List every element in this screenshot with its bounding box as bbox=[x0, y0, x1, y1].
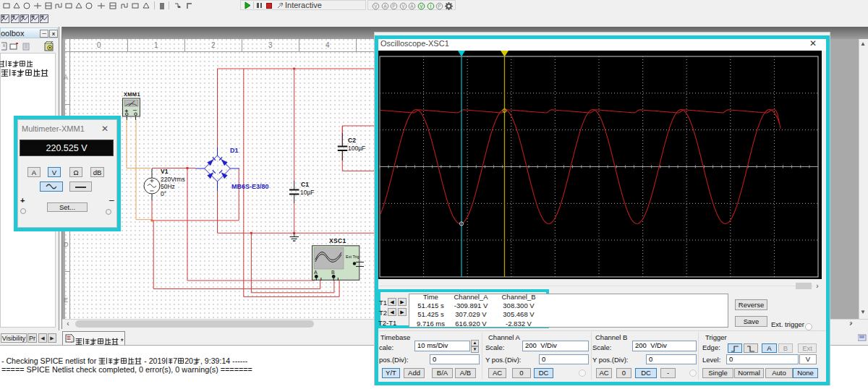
svg-text:50Hz: 50Hz bbox=[161, 183, 175, 190]
svg-text:A: A bbox=[314, 270, 318, 275]
svg-text:220Vrms: 220Vrms bbox=[161, 176, 185, 183]
svg-text:–: – bbox=[133, 106, 137, 114]
svg-text:C1: C1 bbox=[301, 181, 309, 188]
svg-text:10µF: 10µF bbox=[300, 189, 315, 196]
svg-text:B: B bbox=[331, 270, 335, 275]
svg-text:0°: 0° bbox=[161, 190, 166, 197]
svg-text:A: A bbox=[383, 4, 387, 9]
svg-text:XMM1: XMM1 bbox=[124, 91, 140, 98]
svg-text:XSC1: XSC1 bbox=[329, 237, 346, 244]
svg-text:MB6S-E3/80: MB6S-E3/80 bbox=[231, 183, 269, 190]
svg-text:P: P bbox=[392, 4, 395, 9]
svg-text:D1: D1 bbox=[230, 147, 239, 154]
svg-text:I: I bbox=[430, 4, 432, 9]
svg-text:A: A bbox=[410, 4, 414, 9]
svg-text:V: V bbox=[401, 4, 405, 9]
svg-text:P: P bbox=[438, 4, 441, 9]
svg-text:V: V bbox=[374, 4, 378, 9]
svg-text:Ext Trig: Ext Trig bbox=[346, 255, 359, 259]
svg-text:C2: C2 bbox=[348, 137, 356, 144]
svg-text:V1: V1 bbox=[161, 168, 169, 175]
svg-text:V: V bbox=[420, 4, 423, 9]
svg-text:100µF: 100µF bbox=[348, 145, 365, 152]
